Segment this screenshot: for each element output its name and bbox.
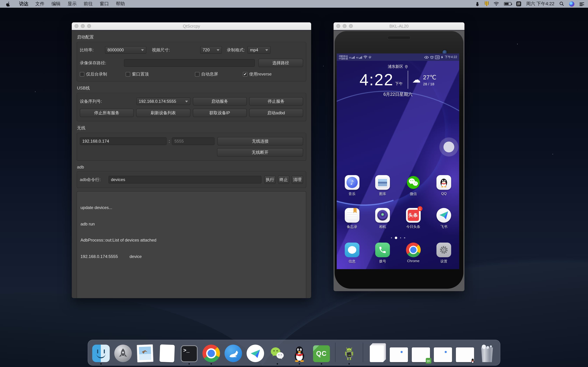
security-shield-icon[interactable] xyxy=(485,1,489,6)
menu-edit[interactable]: 编辑 xyxy=(48,1,64,7)
dock-documents-stack[interactable] xyxy=(368,344,386,362)
menu-view[interactable]: 显示 xyxy=(64,1,80,7)
dock-minimized-window-chrome-1[interactable] xyxy=(390,344,408,362)
app-label: 相机 xyxy=(379,224,386,229)
checkbox-use-reverse[interactable]: ✔ 使用reverse xyxy=(243,71,272,77)
checkbox-box[interactable] xyxy=(80,72,84,76)
checkbox-always-on-top[interactable]: 窗口置顶 xyxy=(126,71,195,77)
app-dialer[interactable]: 拨号 xyxy=(367,242,398,264)
app-label: 今日头条 xyxy=(406,224,420,229)
start-adbd-button[interactable]: 启动adbd xyxy=(249,109,303,117)
phone-speaker xyxy=(388,36,411,40)
app-feishu[interactable]: 飞书 xyxy=(429,208,459,229)
app-label: 音乐 xyxy=(349,192,356,196)
app-label: 信息 xyxy=(349,259,356,264)
menubar-clock[interactable]: 周六 下午4:22 xyxy=(526,1,554,7)
stop-all-services-button[interactable]: 停止所有服务 xyxy=(80,109,134,117)
checkbox-box[interactable] xyxy=(195,72,199,76)
dock-sealion-app[interactable] xyxy=(224,344,242,362)
dock-wechat[interactable] xyxy=(268,344,286,362)
app-music[interactable]: ♪ 音乐 xyxy=(337,175,367,196)
serial-select[interactable]: 192.168.0.174:5555 xyxy=(136,98,190,105)
start-service-button[interactable]: 启动服务 xyxy=(193,97,247,106)
notification-center-icon[interactable] xyxy=(579,1,585,6)
checkbox-box[interactable] xyxy=(126,72,130,76)
log-line: update devices... xyxy=(80,205,303,211)
dock-qtcreator[interactable]: QC xyxy=(312,344,331,362)
wireless-disconnect-button[interactable]: 无线断开 xyxy=(217,148,303,157)
music-icon: ♪ xyxy=(345,175,359,190)
dock-chrome[interactable] xyxy=(202,344,220,362)
menu-help[interactable]: 帮助 xyxy=(112,1,129,7)
dock-feishu[interactable] xyxy=(246,344,264,362)
wireless-connect-button[interactable]: 无线连接 xyxy=(217,137,303,145)
adb-stop-button[interactable]: 终止 xyxy=(278,175,289,184)
wireless-port-input[interactable] xyxy=(172,137,215,145)
signal-3g: 3G xyxy=(349,56,355,58)
menu-file[interactable]: 文件 xyxy=(32,1,48,7)
android-robot-icon xyxy=(341,346,357,362)
adb-cmd-label: adb命令行: xyxy=(80,177,105,183)
checkbox-label: 仅后台录制 xyxy=(86,71,107,77)
record-format-select[interactable]: mp4 xyxy=(248,46,271,54)
phone-screen[interactable]: 优酷移动 中国联通 3G 4G xyxy=(337,53,459,269)
assistive-touch-ball[interactable] xyxy=(443,142,454,152)
app-settings[interactable]: 设置 xyxy=(429,242,459,264)
apple-menu-icon[interactable] xyxy=(6,1,11,7)
dock-minimized-window-qtcreator[interactable]: QC xyxy=(412,344,430,362)
dock-trash[interactable] xyxy=(478,344,496,362)
qq-menubar-icon[interactable] xyxy=(475,1,480,6)
siri-icon[interactable] xyxy=(569,1,574,7)
refresh-device-list-button[interactable]: 刷新设备列表 xyxy=(136,109,190,117)
app-toutiao[interactable]: 头条 1 今日头条 xyxy=(398,208,429,229)
wifi-icon[interactable] xyxy=(493,2,499,6)
menu-go[interactable]: 前往 xyxy=(80,1,96,7)
choose-path-button[interactable]: 选择路径 xyxy=(258,59,303,67)
save-path-input[interactable] xyxy=(124,59,255,67)
checkbox-box[interactable]: ✔ xyxy=(243,72,247,76)
high-low-temp: 28 / 18 xyxy=(423,82,436,86)
app-camera[interactable]: 相机 xyxy=(367,208,398,229)
menu-window[interactable]: 窗口 xyxy=(96,1,112,7)
app-chrome[interactable]: Chrome xyxy=(398,242,429,264)
clock-weather-widget[interactable]: 浦东新区 4:22 下午 ☁ 27℃ 28 / 18 xyxy=(337,64,459,98)
checkbox-background-record[interactable]: 仅后台录制 xyxy=(80,71,126,77)
get-device-ip-button[interactable]: 获取设备IP xyxy=(193,109,247,117)
menu-finder[interactable]: 访达 xyxy=(16,1,32,7)
stop-service-button[interactable]: 停止服务 xyxy=(249,97,303,106)
location-label: 浦东新区 xyxy=(388,64,403,69)
dock-qtscrcpy-android[interactable] xyxy=(340,344,358,362)
wireless-ip-input[interactable] xyxy=(80,137,167,145)
dock-minimized-window-chrome-2[interactable] xyxy=(434,344,452,362)
usb-group: 设备序列号: 192.168.0.174:5555 启动服务 停止服务 停止所有… xyxy=(77,93,306,121)
bitrate-select[interactable]: 8000000 xyxy=(105,46,146,54)
app-notes[interactable]: 备忘录 xyxy=(337,208,367,229)
phone-mirror-window: BKL-AL20 优酷移动 中国联通 3G xyxy=(334,22,465,291)
app-wechat[interactable]: 微信 xyxy=(398,175,429,196)
dock-qq[interactable] xyxy=(290,344,309,362)
dock-finder[interactable] xyxy=(92,344,110,362)
dock-mail[interactable] xyxy=(136,344,154,362)
checkbox-screen-off[interactable]: 自动息屏 xyxy=(195,71,243,77)
input-method-icon[interactable]: 拼 xyxy=(516,1,521,6)
dock-terminal[interactable]: >_ xyxy=(180,344,198,362)
app-label: Chrome xyxy=(407,259,419,263)
video-size-select[interactable]: 720 xyxy=(200,46,222,54)
dock-notes[interactable] xyxy=(158,344,176,362)
battery-icon[interactable] xyxy=(504,2,511,6)
spotlight-search-icon[interactable] xyxy=(559,1,564,6)
adb-clear-button[interactable]: 清理 xyxy=(292,175,303,184)
dock-minimized-window-qq[interactable] xyxy=(456,344,474,362)
adb-run-button[interactable]: 执行 xyxy=(264,175,276,184)
adb-cmd-input[interactable] xyxy=(109,176,261,184)
notification-badge: 1 xyxy=(417,206,423,211)
qtscrcpy-titlebar[interactable]: QtScrcpy xyxy=(72,22,311,30)
dock-launchpad[interactable] xyxy=(114,344,132,362)
phone-window-titlebar[interactable]: BKL-AL20 xyxy=(334,22,465,30)
section-adb: adb xyxy=(77,165,306,169)
location-pin-icon xyxy=(405,65,408,68)
app-messages[interactable]: 信息 xyxy=(337,242,367,264)
adb-log-output[interactable]: update devices... adb run AdbProcess::ou… xyxy=(77,191,306,298)
app-gallery[interactable]: 图库 xyxy=(367,175,398,196)
app-qq[interactable]: QQ xyxy=(429,175,459,196)
